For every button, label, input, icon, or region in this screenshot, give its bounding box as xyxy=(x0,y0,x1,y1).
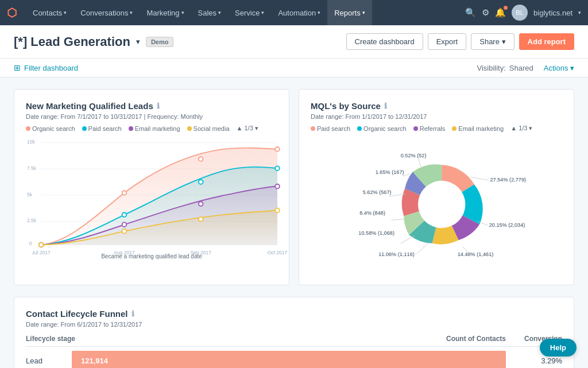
filter-bar: ⊞ Filter dashboard Visibility: Shared Ac… xyxy=(0,59,588,78)
filter-dashboard-btn[interactable]: ⊞ Filter dashboard xyxy=(14,63,78,72)
funnel-conversion-lead: 3.29% xyxy=(510,357,562,365)
charts-row: New Marketing Qualified Leads ℹ Date ran… xyxy=(14,89,574,285)
svg-text:1.65% (167): 1.65% (167) xyxy=(376,169,404,175)
help-button[interactable]: Help xyxy=(540,339,577,357)
nav-right: 🔍 ⚙ 🔔 BL biglytics.net ▾ xyxy=(465,5,581,21)
title-caret-icon[interactable]: ▾ xyxy=(136,37,140,46)
svg-point-30 xyxy=(418,181,465,228)
funnel-bar-lead-wrap: 121,914 xyxy=(72,351,510,369)
main-content: New Marketing Qualified Leads ℹ Date ran… xyxy=(0,78,588,368)
nav-items: Contacts▾ Conversations▾ Marketing▾ Sale… xyxy=(26,0,465,25)
funnel-card: Contact Lifecycle Funnel ℹ Date range: F… xyxy=(14,297,574,368)
create-dashboard-button[interactable]: Create dashboard xyxy=(346,33,423,50)
mql-pagination[interactable]: ▲ 1/3 ▾ xyxy=(237,125,258,132)
mql-legend: Organic search Paid search Email marketi… xyxy=(26,125,277,132)
svg-point-11 xyxy=(122,191,127,195)
svg-text:5.62% (567): 5.62% (567) xyxy=(363,189,392,195)
svg-point-19 xyxy=(122,222,127,227)
funnel-row-lead: Lead 121,914 3.29% xyxy=(26,347,562,368)
nav-item-conversations[interactable]: Conversations▾ xyxy=(74,0,140,25)
nav-item-contacts[interactable]: Contacts▾ xyxy=(26,0,74,25)
svg-text:Oct 2017: Oct 2017 xyxy=(268,250,288,255)
svg-point-13 xyxy=(275,147,280,152)
donut-svg: 27.54% (2,779) 20.15% (2,034) 14.48% (1,… xyxy=(311,141,562,268)
topnav: ⬡ Contacts▾ Conversations▾ Marketing▾ Sa… xyxy=(0,0,588,25)
svg-text:14.48% (1,461): 14.48% (1,461) xyxy=(458,251,494,257)
legend-organic: Organic search xyxy=(357,125,407,132)
mql-source-title: MQL's by Source ℹ xyxy=(311,101,562,111)
svg-text:11.06% (1,116): 11.06% (1,116) xyxy=(378,251,415,257)
svg-point-21 xyxy=(275,184,280,189)
dashboard-title-row: [*] Lead Generation ▾ Demo xyxy=(14,34,173,49)
funnel-bar-lead: 121,914 xyxy=(72,351,506,369)
legend-email-source: Email marketing xyxy=(452,125,504,132)
username[interactable]: biglytics.net xyxy=(533,9,572,17)
visibility-value: Shared xyxy=(509,64,533,72)
nav-item-marketing[interactable]: Marketing▾ xyxy=(140,0,191,25)
svg-line-48 xyxy=(419,159,421,166)
mql-chart-area: 10k 7.5k 5k 2.5k 0 xyxy=(26,135,277,259)
svg-point-16 xyxy=(199,180,203,184)
mql-source-meta: Date range: From 1/1/2017 to 12/31/2017 xyxy=(311,113,562,120)
nav-item-automation[interactable]: Automation▾ xyxy=(271,0,327,25)
svg-text:0.52% (52): 0.52% (52) xyxy=(401,153,427,158)
col-contacts: Count of Contacts xyxy=(430,335,510,343)
donut-chart-area: 27.54% (2,779) 20.15% (2,034) 14.48% (1,… xyxy=(311,135,562,273)
mql-source-legend: Paid search Organic search Referrals Ema… xyxy=(311,125,562,132)
col-lifecycle: Lifecycle stage xyxy=(26,335,75,343)
svg-line-40 xyxy=(471,177,488,180)
search-icon[interactable]: 🔍 xyxy=(465,7,476,18)
mql-chart-title: New Marketing Qualified Leads ℹ xyxy=(26,101,277,111)
nav-item-sales[interactable]: Sales▾ xyxy=(191,0,229,25)
funnel-info-icon[interactable]: ℹ xyxy=(131,309,134,318)
mql-line-chart-svg: 10k 7.5k 5k 2.5k 0 xyxy=(26,135,277,250)
dashboard-header: [*] Lead Generation ▾ Demo Create dashbo… xyxy=(0,25,588,59)
funnel-table-header: Lifecycle stage Count of Contacts Conver… xyxy=(26,335,562,347)
avatar[interactable]: BL xyxy=(512,5,528,21)
svg-text:Jul 2017: Jul 2017 xyxy=(32,250,51,255)
legend-item-organic: Organic search xyxy=(26,125,75,132)
nav-item-service[interactable]: Service▾ xyxy=(228,0,271,25)
mql-chart-meta: Date range: From 7/1/2017 to 10/31/2017 … xyxy=(26,113,277,120)
svg-point-24 xyxy=(199,217,203,222)
nav-item-reports[interactable]: Reports▾ xyxy=(327,0,372,25)
legend-item-social: Social media xyxy=(187,125,230,132)
svg-point-23 xyxy=(122,229,127,234)
svg-text:2.5k: 2.5k xyxy=(27,218,37,223)
funnel-title: Contact Lifecycle Funnel ℹ xyxy=(26,309,562,319)
demo-badge: Demo xyxy=(146,37,174,47)
settings-icon[interactable]: ⚙ xyxy=(482,7,489,18)
svg-text:5k: 5k xyxy=(27,192,33,197)
actions-button[interactable]: Actions ▾ xyxy=(544,64,574,72)
source-pagination[interactable]: ▲ 1/3 ▾ xyxy=(510,125,532,132)
notification-icon[interactable]: 🔔 xyxy=(495,7,506,18)
svg-point-20 xyxy=(199,202,203,206)
svg-text:20.15% (2,034): 20.15% (2,034) xyxy=(489,222,525,228)
svg-point-15 xyxy=(122,212,127,217)
svg-text:10.58% (1,068): 10.58% (1,068) xyxy=(358,230,394,236)
svg-line-44 xyxy=(401,236,415,243)
svg-text:7.5k: 7.5k xyxy=(27,165,37,171)
svg-point-17 xyxy=(275,166,280,171)
filter-icon: ⊞ xyxy=(14,63,21,72)
legend-item-email: Email marketing xyxy=(129,125,180,132)
hubspot-logo[interactable]: ⬡ xyxy=(7,6,17,20)
share-button[interactable]: Share ▾ xyxy=(471,33,514,50)
mql-source-info-icon[interactable]: ℹ xyxy=(384,102,387,110)
svg-text:8.4% (848): 8.4% (848) xyxy=(359,210,385,216)
add-report-button[interactable]: Add report xyxy=(519,33,574,50)
visibility-label: Visibility: xyxy=(477,64,505,72)
funnel-meta: Date range: From 6/1/2017 to 12/31/2017 xyxy=(26,321,562,328)
mql-line-chart-card: New Marketing Qualified Leads ℹ Date ran… xyxy=(14,89,289,285)
svg-text:10k: 10k xyxy=(27,139,36,145)
svg-line-43 xyxy=(416,243,428,254)
username-caret[interactable]: ▾ xyxy=(578,10,581,16)
export-button[interactable]: Export xyxy=(428,33,467,50)
mql-source-card: MQL's by Source ℹ Date range: From 1/1/2… xyxy=(299,89,574,285)
legend-paid: Paid search xyxy=(311,125,350,132)
mql-info-icon[interactable]: ℹ xyxy=(157,102,160,110)
funnel-stage-lead: Lead xyxy=(26,357,72,365)
svg-point-22 xyxy=(39,243,44,247)
dashboard-actions: Create dashboard Export Share ▾ Add repo… xyxy=(346,33,574,50)
filter-right: Visibility: Shared Actions ▾ xyxy=(477,64,574,72)
